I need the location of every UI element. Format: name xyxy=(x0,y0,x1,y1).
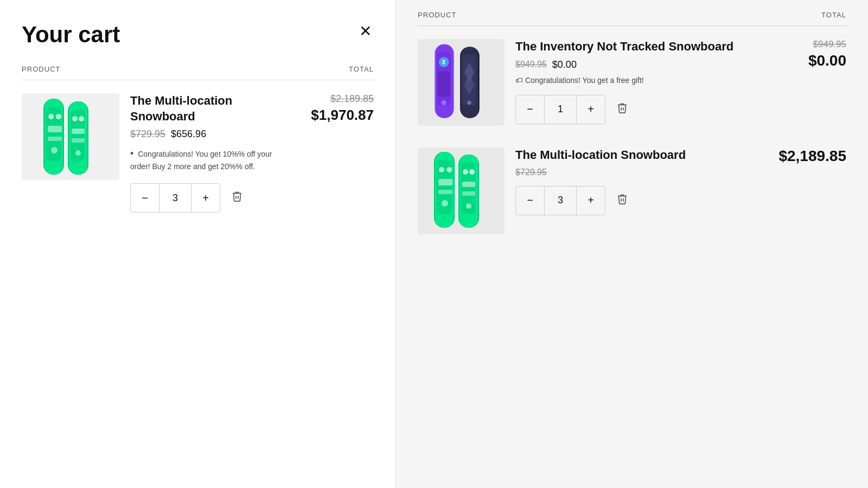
left-total-col-label: TOTAL xyxy=(349,65,374,73)
cart-header: Your cart ✕ xyxy=(22,22,374,48)
cart-title: Your cart xyxy=(22,22,120,48)
svg-point-3 xyxy=(48,114,54,119)
svg-point-44 xyxy=(466,203,471,209)
right-qty-control-1: − 3 + xyxy=(515,186,605,215)
right-item-price-original-1: $729.95 xyxy=(515,168,547,177)
right-column-headers: PRODUCT TOTAL xyxy=(418,11,846,26)
right-item-price-original-0: $949.95 xyxy=(515,60,547,69)
svg-point-7 xyxy=(51,147,58,153)
right-item-total-final-0: $0.00 xyxy=(808,52,846,69)
svg-rect-35 xyxy=(438,190,452,194)
svg-point-33 xyxy=(446,167,452,172)
snowboard-purple-icon: ₿ xyxy=(423,42,499,123)
left-item-price-row-0: $729.95 $656.96 xyxy=(130,129,292,140)
right-item-qty-row-1: − 3 + xyxy=(515,186,760,215)
svg-point-36 xyxy=(442,200,448,207)
svg-point-22 xyxy=(441,100,446,105)
right-total-col-label: TOTAL xyxy=(821,11,846,19)
right-cart-item-0: ₿ The Inventory Not Tracked Snowboard $9… xyxy=(418,39,846,126)
promo-tag-icon: 🏷 xyxy=(515,75,523,86)
svg-point-41 xyxy=(469,169,475,175)
left-cart-panel: Your cart ✕ PRODUCT TOTAL xyxy=(0,0,396,488)
right-item-qty-row-0: − 1 + xyxy=(515,95,760,124)
snowboard-green2-icon xyxy=(423,149,499,233)
svg-rect-21 xyxy=(438,71,450,97)
right-cart-item-1: The Multi-location Snowboard $729.95 − 3… xyxy=(418,147,846,234)
right-item-name-1: The Multi-location Snowboard xyxy=(515,147,760,163)
svg-rect-43 xyxy=(462,191,475,196)
close-button[interactable]: ✕ xyxy=(357,22,374,41)
left-delete-button-0[interactable] xyxy=(229,188,245,208)
left-item-image-0 xyxy=(22,93,119,180)
left-item-details-0: The Multi-location Snowboard $729.95 $65… xyxy=(130,93,292,213)
right-cart-panel: PRODUCT TOTAL ₿ xyxy=(396,0,868,488)
right-delete-button-1[interactable] xyxy=(614,191,630,210)
snowboard-green-icon xyxy=(33,96,108,177)
right-item-promo-0: 🏷 Congratulations! You get a free gift! xyxy=(515,75,760,86)
svg-point-15 xyxy=(75,150,81,156)
right-qty-decrease-0[interactable]: − xyxy=(516,95,544,124)
trash-icon-right-0 xyxy=(616,102,628,114)
left-item-price-original-0: $729.95 xyxy=(130,129,165,140)
left-item-total-0: $2,189.85 $1,970.87 xyxy=(303,93,374,124)
right-item-price-row-0: $949.95 $0.00 xyxy=(515,59,760,70)
right-product-col-label: PRODUCT xyxy=(418,11,457,19)
right-item-total-only-1: $2,189.85 xyxy=(778,147,846,165)
bullet-dot: • xyxy=(130,148,133,159)
left-column-headers: PRODUCT TOTAL xyxy=(22,65,374,80)
left-item-qty-row-0: − 3 + xyxy=(130,183,292,213)
svg-rect-14 xyxy=(72,138,85,143)
trash-icon xyxy=(231,190,243,202)
left-qty-control-0: − 3 + xyxy=(130,183,220,213)
right-item-price-row-1: $729.95 xyxy=(515,168,760,177)
svg-point-4 xyxy=(56,114,61,119)
right-item-total-0: $949.95 $0.00 xyxy=(770,39,846,69)
right-delete-button-0[interactable] xyxy=(614,100,630,119)
right-item-price-discounted-0: $0.00 xyxy=(552,59,577,70)
svg-point-40 xyxy=(463,169,468,175)
right-item-total-1: $2,189.85 xyxy=(770,147,846,165)
right-qty-decrease-1[interactable]: − xyxy=(516,187,544,215)
right-qty-control-0: − 1 + xyxy=(515,95,605,124)
svg-rect-6 xyxy=(48,137,62,141)
svg-rect-13 xyxy=(72,129,85,134)
right-item-details-0: The Inventory Not Tracked Snowboard $949… xyxy=(515,39,760,124)
svg-rect-42 xyxy=(462,182,475,187)
svg-rect-5 xyxy=(48,126,62,132)
left-cart-item-0: The Multi-location Snowboard $729.95 $65… xyxy=(22,93,374,226)
right-item-name-0: The Inventory Not Tracked Snowboard xyxy=(515,39,760,55)
right-item-image-0: ₿ xyxy=(418,39,505,126)
left-item-promo-0: • Congratulations! You get 10%% off your… xyxy=(130,146,292,172)
left-item-price-discounted-0: $656.96 xyxy=(171,129,206,140)
left-item-name-0: The Multi-location Snowboard xyxy=(130,93,292,124)
svg-point-11 xyxy=(72,116,78,121)
left-item-total-original-0: $2,189.85 xyxy=(330,93,374,105)
right-qty-increase-1[interactable]: + xyxy=(577,187,605,215)
right-item-total-original-0: $949.95 xyxy=(813,39,846,50)
svg-rect-34 xyxy=(438,179,452,185)
left-item-total-final-0: $1,970.87 xyxy=(311,107,374,124)
left-qty-value-0: 3 xyxy=(159,184,192,212)
left-qty-decrease-0[interactable]: − xyxy=(131,184,159,212)
trash-icon-right-1 xyxy=(616,193,628,205)
svg-point-32 xyxy=(439,167,444,172)
right-qty-value-1: 3 xyxy=(544,187,577,215)
svg-point-28 xyxy=(467,101,471,105)
left-product-col-label: PRODUCT xyxy=(22,65,61,73)
right-item-image-1 xyxy=(418,147,505,234)
svg-point-12 xyxy=(79,116,84,121)
right-qty-value-0: 1 xyxy=(544,95,577,124)
right-qty-increase-0[interactable]: + xyxy=(577,95,605,124)
left-qty-increase-0[interactable]: + xyxy=(192,184,220,212)
right-item-details-1: The Multi-location Snowboard $729.95 − 3… xyxy=(515,147,760,215)
